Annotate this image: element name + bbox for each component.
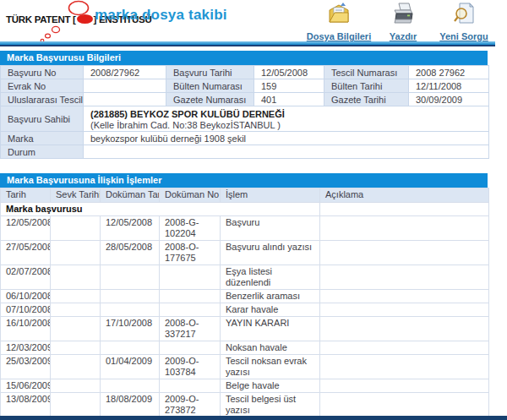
operation-cell-dokuman-tarihi: 17/10/2008 <box>101 317 160 341</box>
operations-column-header-row: Tarih Sevk Tarihi Doküman Tarihi Doküman… <box>1 188 489 203</box>
operation-cell-islem: Belge havale <box>221 379 320 393</box>
operation-row: 12/05/200812/05/20082008-G-102204Başvuru <box>1 216 489 241</box>
header-divider <box>0 41 495 46</box>
field-value-durum <box>84 145 489 159</box>
operation-cell-dokuman-no <box>160 379 221 393</box>
owner-address: (Kelle İbrahim Cad. No:38 BeykozİSTANBUL… <box>90 120 486 131</box>
document-search-icon[interactable] <box>451 2 477 25</box>
application-info-table: Başvuru No 2008/27962 Başvuru Tarihi 12/… <box>0 65 489 159</box>
operation-cell-islem: Başvuru alındı yazısı <box>221 241 320 265</box>
table-row: Uluslararası Tescil No Gazete Numarası 4… <box>1 93 489 106</box>
operation-cell-dokuman-no: 2008-O-337217 <box>160 317 221 341</box>
folder-mail-icon[interactable] <box>326 2 352 25</box>
operation-cell-tarih: 06/10/2008 <box>1 290 51 303</box>
tool-dosya-bilgileri[interactable]: Dosya Bilgileri <box>303 2 375 41</box>
operation-cell-aciklama <box>320 379 489 393</box>
operation-cell-aciklama <box>320 241 489 265</box>
field-value-tescil-numarasi: 2008 27962 <box>409 66 489 79</box>
field-value-basvuru-sahibi: (281885) BEYKOZ SPOR KULÜBÜ DERNEĞİ (Kel… <box>84 106 489 132</box>
table-row: Evrak No Bülten Numarası 159 Bülten Tari… <box>1 79 489 93</box>
column-header-dokuman-tarihi: Doküman Tarihi <box>101 188 160 203</box>
operation-cell-sevk-tarihi <box>51 290 101 303</box>
operation-cell-aciklama <box>320 317 489 341</box>
operation-cell-sevk-tarihi <box>51 317 101 341</box>
operation-cell-aciklama <box>320 355 489 379</box>
field-label-tescil-numarasi: Tescil Numarası <box>324 66 409 79</box>
field-label-gazete-numarasi: Gazete Numarası <box>166 93 254 106</box>
tool-label-yazdir[interactable]: Yazdır <box>375 31 431 41</box>
operation-cell-tarih: 12/05/2008 <box>1 216 51 241</box>
operation-cell-islem: Tescil belgesi üst yazısı <box>221 393 320 417</box>
tool-yeni-sorgu[interactable]: Yeni Sorgu <box>433 2 495 41</box>
operation-row: 13/08/200918/08/20092009-O-273872Tescil … <box>1 393 489 417</box>
operation-cell-dokuman-no <box>160 303 221 317</box>
owner-name: (281885) BEYKOZ SPOR KULÜBÜ DERNEĞİ <box>90 109 486 120</box>
operation-cell-sevk-tarihi <box>51 216 101 241</box>
column-header-islem: İşlem <box>221 188 320 203</box>
operation-cell-islem: Eşya listesi düzenlendi <box>221 265 320 290</box>
operation-cell-tarih: 13/08/2009 <box>1 393 51 417</box>
field-label-bulten-tarihi: Bülten Tarihi <box>324 79 409 93</box>
operation-cell-islem: YAYIN KARARI <box>221 317 320 341</box>
table-row: Başvuru Sahibi (281885) BEYKOZ SPOR KULÜ… <box>1 106 489 132</box>
field-value-bulten-tarihi: 12/11/2008 <box>409 79 489 93</box>
field-label-basvuru-sahibi: Başvuru Sahibi <box>1 106 84 132</box>
operation-cell-sevk-tarihi <box>51 303 101 317</box>
operation-cell-dokuman-no: 2008-O-177675 <box>160 241 221 265</box>
field-label-bulten-numarasi: Bülten Numarası <box>166 79 254 93</box>
operation-row: 25/03/200901/04/20092009-O-103784Tescil … <box>1 355 489 379</box>
field-value-gazete-numarasi: 401 <box>254 93 324 106</box>
operation-cell-tarih: 15/06/2009 <box>1 379 51 393</box>
operation-cell-tarih: 02/07/2008 <box>1 265 51 290</box>
tool-label-dosya-bilgileri[interactable]: Dosya Bilgileri <box>303 31 375 41</box>
tool-label-yeni-sorgu[interactable]: Yeni Sorgu <box>433 31 495 41</box>
operation-cell-islem: Noksan havale <box>221 341 320 355</box>
field-value-basvuru-no: 2008/27962 <box>84 66 166 79</box>
operation-cell-dokuman-tarihi: 12/05/2008 <box>101 216 160 241</box>
field-value-basvuru-tarihi: 12/05/2008 <box>254 66 324 79</box>
operation-cell-dokuman-no: 2008-G-102204 <box>160 216 221 241</box>
operation-cell-aciklama <box>320 303 489 317</box>
field-label-evrak-no: Evrak No <box>1 79 84 93</box>
operation-cell-sevk-tarihi <box>51 241 101 265</box>
operation-cell-tarih: 12/03/2009 <box>1 341 51 355</box>
field-value-uluslararasi-tescil-no <box>84 93 166 106</box>
footer-bar <box>0 416 507 420</box>
logo-red-ellipse-icon <box>77 14 93 24</box>
operation-cell-dokuman-no: 2009-O-273872 <box>160 393 221 417</box>
operation-cell-dokuman-tarihi <box>101 341 160 355</box>
operation-cell-dokuman-no <box>160 265 221 290</box>
field-value-bulten-numarasi: 159 <box>254 79 324 93</box>
operation-cell-islem: Benzerlik araması <box>221 290 320 303</box>
tool-yazdir[interactable]: Yazdır <box>375 2 431 41</box>
field-label-marka: Marka <box>1 132 84 145</box>
operation-cell-aciklama <box>320 290 489 303</box>
operation-cell-tarih: 27/05/2008 <box>1 241 51 265</box>
column-header-dokuman-no: Doküman No <box>160 188 221 203</box>
operation-cell-dokuman-tarihi <box>101 265 160 290</box>
table-row: Başvuru No 2008/27962 Başvuru Tarihi 12/… <box>1 66 489 79</box>
operation-cell-aciklama <box>320 265 489 290</box>
table-row: Durum <box>1 145 489 159</box>
operation-cell-sevk-tarihi <box>51 393 101 417</box>
operation-cell-dokuman-tarihi: 28/05/2008 <box>101 241 160 265</box>
operation-cell-tarih: 07/10/2008 <box>1 303 51 317</box>
header: TÜRK PATENT [] ENSTİTÜSÜ marka dosya tak… <box>0 0 507 47</box>
field-label-gazete-tarihi: Gazete Tarihi <box>324 93 409 106</box>
operation-cell-sevk-tarihi <box>51 265 101 290</box>
operation-cell-dokuman-tarihi: 18/08/2009 <box>101 393 160 417</box>
operation-cell-aciklama <box>320 341 489 355</box>
field-value-marka: beykozspor kulübü derneği 1908 şekil <box>84 132 489 145</box>
operation-row: 02/07/2008Eşya listesi düzenlendi <box>1 265 489 290</box>
operation-cell-islem: Karar havale <box>221 303 320 317</box>
operation-row: 16/10/200817/10/20082008-O-337217YAYIN K… <box>1 317 489 341</box>
field-label-uluslararasi-tescil-no: Uluslararası Tescil No <box>1 93 84 106</box>
operation-cell-islem: Tescil noksan evrak yazısı <box>221 355 320 379</box>
printer-icon[interactable] <box>390 2 416 25</box>
operation-row: 12/03/2009Noksan havale <box>1 341 489 355</box>
operations-table-body: Tarih Sevk Tarihi Doküman Tarihi Doküman… <box>1 188 489 420</box>
logo-text-pre: TÜRK PATENT [ <box>6 14 76 25</box>
field-label-durum: Durum <box>1 145 84 159</box>
operation-cell-sevk-tarihi <box>51 355 101 379</box>
operation-cell-dokuman-no <box>160 341 221 355</box>
